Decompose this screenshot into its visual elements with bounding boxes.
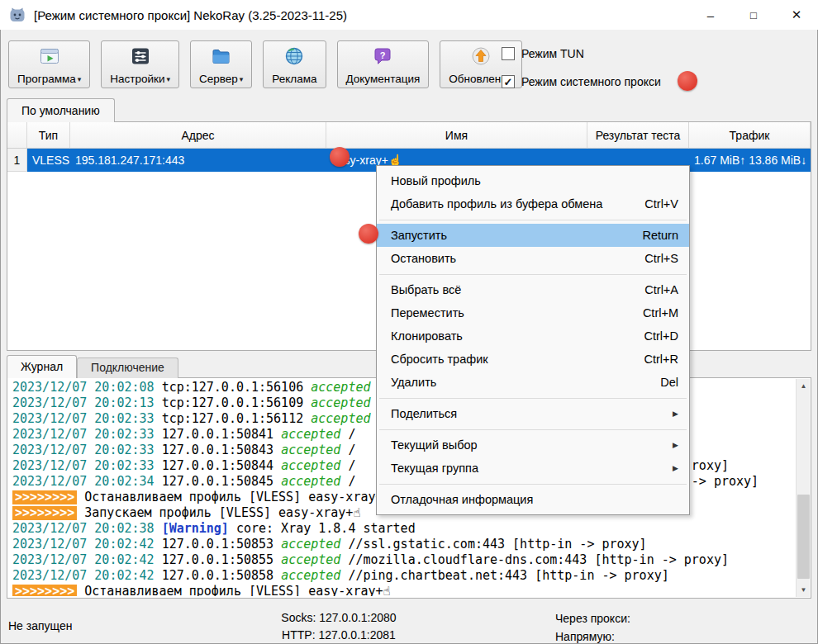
log-segment-ts: 2023/12/07 20:02:34	[12, 474, 162, 489]
toolbar-button-settings[interactable]: Настройки▾	[101, 40, 179, 88]
toolbar-button-ads[interactable]: Реклама	[263, 40, 326, 88]
log-segment-plain: 127.0.0.1:50853	[162, 537, 282, 552]
close-button[interactable]: ✕	[775, 0, 818, 30]
cell-type: VLESS	[27, 149, 70, 172]
window-title: [Режим системного прокси] NekoRay (3.25-…	[34, 8, 347, 22]
app-icon	[8, 6, 26, 24]
log-segment-plain: 127.0.0.1:50858	[162, 568, 282, 583]
menu-shortcut: Ctrl+V	[644, 197, 678, 211]
menu-item-label: Отладочная информация	[391, 493, 533, 506]
log-segment-plain: tcp:127.0.0.1:56106	[162, 380, 312, 395]
scroll-up-icon[interactable]: ▲	[797, 379, 811, 393]
menu-shortcut: Ctrl+S	[644, 252, 678, 265]
dropdown-arrow-icon: ▾	[240, 75, 244, 85]
log-segment-ts: 2023/12/07 20:02:42	[12, 568, 162, 583]
log-segment-accepted: accepted	[281, 458, 340, 473]
tab-log[interactable]: Журнал	[7, 355, 77, 378]
ads-icon	[283, 45, 305, 67]
log-segment-plain: 127.0.0.1:50844	[162, 458, 282, 473]
checkbox-box[interactable]: ✓	[502, 75, 515, 88]
scroll-down-icon[interactable]: ▼	[797, 583, 811, 597]
menu-item-reset-traffic[interactable]: Сбросить трафикCtrl+R	[377, 348, 689, 371]
table-header-row: ТипАдресИмяРезультат тестаТрафик	[7, 122, 811, 149]
menu-item-share[interactable]: Поделиться▶	[377, 402, 689, 425]
toolbar-button-server[interactable]: Сервер▾	[190, 40, 252, 88]
menu-item-label: Текущий выбор	[391, 438, 478, 452]
column-header-address[interactable]: Адрес	[70, 122, 326, 149]
log-segment-plain: //ssl.gstatic.com:443 [http-in -> proxy]	[340, 537, 646, 552]
menu-item-label: Клонировать	[391, 329, 463, 343]
cell-address: 195.181.247.171:443	[70, 149, 326, 172]
log-segment-ts: 2023/12/07 20:02:42	[12, 552, 162, 567]
mode-checkbox-group: Режим TUN✓Режим системного прокси	[502, 47, 661, 88]
checkbox-box[interactable]	[502, 47, 515, 60]
title-bar[interactable]: [Режим системного прокси] NekoRay (3.25-…	[0, 0, 818, 30]
log-segment-mark: >>>>>>>>	[12, 585, 77, 596]
status-route-labels: Через прокси: Напрямую:	[555, 609, 630, 644]
submenu-arrow-icon: ▶	[673, 410, 678, 418]
annotation-dot-system-proxy	[678, 71, 697, 91]
status-bar: Не запущен Socks: 127.0.0.1:2080 HTTP: 1…	[0, 600, 818, 644]
log-segment-plain: 127.0.0.1:50855	[162, 552, 282, 567]
toolbar-button-program[interactable]: Программа▾	[8, 40, 90, 88]
menu-item-move[interactable]: ПереместитьCtrl+M	[377, 301, 689, 324]
log-segment-mark: >>>>>>>>	[12, 506, 77, 520]
log-segment-plain: Останавливаем профиль [VLESS] easy-xray+…	[77, 584, 390, 596]
checkbox-system-proxy-mode[interactable]: ✓Режим системного прокси	[502, 75, 661, 88]
server-icon	[211, 45, 232, 67]
log-segment-accepted: accepted	[281, 427, 340, 442]
log-segment-plain: /	[340, 474, 355, 489]
menu-item-current-group[interactable]: Текущая группа▶	[377, 457, 689, 480]
toolbar-button-docs[interactable]: ?Документация	[337, 40, 430, 88]
menu-item-label: Выбрать всё	[391, 283, 461, 296]
minimize-button[interactable]: –	[689, 0, 732, 30]
column-header-traffic[interactable]: Трафик	[689, 122, 811, 149]
log-line: >>>>>>>> Останавливаем профиль [VLESS] e…	[12, 584, 793, 596]
menu-item-current-selection[interactable]: Текущий выбор▶	[377, 433, 689, 457]
menu-item-debug-info[interactable]: Отладочная информация	[377, 488, 689, 511]
log-segment-plain: tcp:127.0.0.1:56112	[162, 411, 312, 426]
column-header-test-result[interactable]: Результат теста	[587, 122, 689, 149]
status-direct-label: Напрямую:	[555, 627, 630, 644]
dropdown-arrow-icon: ▾	[78, 75, 82, 85]
log-scrollbar[interactable]: ▲ ▼	[796, 379, 810, 597]
tab-default-group[interactable]: По умолчанию	[7, 98, 115, 122]
toolbar-button-label: Программа	[17, 73, 76, 85]
menu-item-stop[interactable]: ОстановитьCtrl+S	[377, 247, 689, 270]
menu-item-new-profile[interactable]: Новый профиль	[377, 169, 689, 192]
menu-item-label: Новый профиль	[391, 174, 481, 187]
checkbox-label: Режим системного прокси	[521, 75, 661, 88]
menu-item-select-all[interactable]: Выбрать всёCtrl+A	[377, 278, 689, 301]
svg-text:?: ?	[380, 50, 386, 59]
tab-connection[interactable]: Подключение	[77, 358, 178, 378]
toolbar: Программа▾Настройки▾Сервер▾Реклама?Докум…	[8, 40, 522, 88]
log-segment-accepted: accepted	[311, 395, 370, 410]
log-segment-plain: core: Xray 1.8.4 started	[229, 521, 416, 536]
menu-shortcut: Ctrl+D	[644, 329, 679, 343]
checkbox-tun-mode[interactable]: Режим TUN	[502, 47, 661, 60]
column-header-name[interactable]: Имя	[326, 122, 587, 149]
menu-item-add-profile-clipboard[interactable]: Добавить профиль из буфера обменаCtrl+V	[377, 192, 689, 215]
status-socks: Socks: 127.0.0.1:2080	[248, 609, 430, 627]
column-header-type[interactable]: Тип	[27, 122, 70, 149]
log-segment-accepted: accepted	[281, 537, 340, 552]
menu-shortcut: Ctrl+R	[644, 353, 679, 366]
annotation-dot-menu-start	[359, 224, 378, 244]
scrollbar-thumb[interactable]	[797, 495, 810, 579]
submenu-arrow-icon: ▶	[673, 441, 678, 449]
menu-item-clone[interactable]: КлонироватьCtrl+D	[377, 324, 689, 348]
maximize-button[interactable]: □	[732, 0, 775, 30]
log-segment-plain: 127.0.0.1:50843	[162, 443, 282, 457]
log-segment-plain: 127.0.0.1:50845	[162, 474, 282, 489]
log-segment-plain: /	[340, 443, 355, 457]
update-icon	[470, 45, 492, 67]
log-segment-plain: /	[340, 458, 355, 473]
menu-item-delete[interactable]: УдалитьDel	[377, 371, 689, 394]
log-segment-accepted: accepted	[281, 474, 340, 489]
menu-item-start[interactable]: ЗапуститьReturn	[377, 224, 689, 247]
log-segment-plain: tcp:127.0.0.1:56109	[162, 395, 312, 410]
toolbar-button-labelrow: Программа▾	[17, 73, 81, 85]
log-segment-mark: >>>>>>>>	[12, 490, 77, 504]
log-segment-ts: 2023/12/07 20:02:33	[12, 443, 162, 457]
menu-separator	[377, 480, 689, 488]
